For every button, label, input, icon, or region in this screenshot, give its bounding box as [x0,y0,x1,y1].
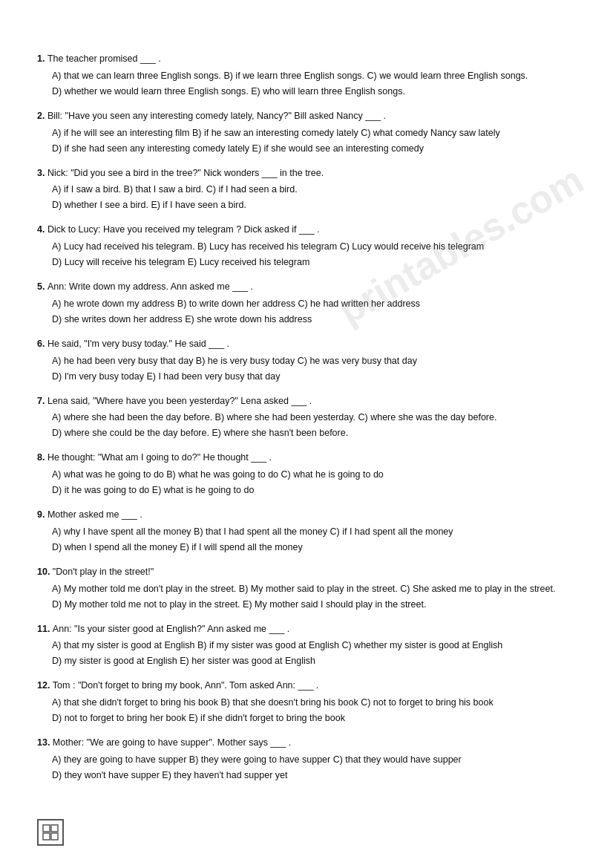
option-line-10-0: A) My mother told me don't play in the s… [52,581,576,596]
question-stem-7: 7. Lena said, "Where have you been yeste… [37,394,576,408]
option-line-8-0: A) what was he going to do B) what he wa… [52,467,576,482]
question-stem-6: 6. He said, "I'm very busy today." He sa… [37,337,576,351]
question-options-5: A) he wrote down my address B) to write … [52,296,576,327]
option-line-2-0: A) if he will see an interesting film B)… [52,125,576,140]
question-stem-3: 3. Nick: "Did you see a bird in the tree… [37,166,576,180]
option-line-4-1: D) Lucy will receive his telegram E) Luc… [52,255,576,270]
option-line-7-1: D) where she could be the day before. E)… [52,425,576,440]
option-line-1-0: A) that we can learn three English songs… [52,68,576,83]
option-line-2-1: D) if she had seen any interesting comed… [52,141,576,156]
question-stem-12: 12. Tom : "Don't forget to bring my book… [37,679,576,693]
svg-rect-1 [51,825,58,832]
question-stem-5: 5. Ann: Write down my address. Ann asked… [37,280,576,294]
question-options-9: A) why I have spent all the money B) tha… [52,524,576,555]
question-options-11: A) that my sister is good at English B) … [52,638,576,668]
question-10: 10. "Don't play in the street!"A) My mot… [37,565,576,612]
question-stem-2: 2. Bill: "Have you seen any interesting … [37,109,576,123]
question-11: 11. Ann: "Is your sister good at English… [37,622,576,669]
option-line-10-1: D) My mother told me not to play in the … [52,597,576,612]
question-options-12: A) that she didn't forget to bring his b… [52,695,576,725]
option-line-1-1: D) whether we would learn three English … [52,84,576,99]
option-line-8-1: D) it he was going to do E) what is he g… [52,483,576,497]
option-line-7-0: A) where she had been the day before. B)… [52,410,576,425]
question-12: 12. Tom : "Don't forget to bring my book… [37,679,576,725]
option-line-5-1: D) she writes down her address E) she wr… [52,312,576,327]
option-line-13-1: D) they won't have supper E) they haven'… [52,768,576,783]
question-options-1: A) that we can learn three English songs… [52,68,576,99]
question-options-10: A) My mother told me don't play in the s… [52,581,576,612]
option-line-3-0: A) if I saw a bird. B) that I saw a bird… [52,182,576,197]
question-2: 2. Bill: "Have you seen any interesting … [37,109,576,156]
question-3: 3. Nick: "Did you see a bird in the tree… [37,166,576,213]
svg-rect-3 [51,833,58,840]
question-5: 5. Ann: Write down my address. Ann asked… [37,280,576,327]
option-line-12-1: D) not to forget to bring her book E) if… [52,711,576,725]
question-8: 8. He thought: "What am I going to do?" … [37,451,576,497]
question-7: 7. Lena said, "Where have you been yeste… [37,394,576,441]
option-line-9-1: D) when I spend all the money E) if I wi… [52,540,576,555]
option-line-3-1: D) whether I see a bird. E) if I have se… [52,198,576,212]
question-stem-1: 1. The teacher promised ___ . [37,52,576,66]
questions-container: 1. The teacher promised ___ .A) that we … [37,52,576,783]
question-options-13: A) they are going to have supper B) they… [52,752,576,783]
question-options-3: A) if I saw a bird. B) that I saw a bird… [52,182,576,212]
option-line-9-0: A) why I have spent all the money B) tha… [52,524,576,539]
question-stem-10: 10. "Don't play in the street!" [37,565,576,579]
option-line-4-0: A) Lucy had received his telegram. B) Lu… [52,239,576,254]
option-line-6-1: D) I'm very busy today E) I had been ver… [52,369,576,384]
question-6: 6. He said, "I'm very busy today." He sa… [37,337,576,384]
question-4: 4. Dick to Lucy: Have you received my te… [37,223,576,270]
question-options-7: A) where she had been the day before. B)… [52,410,576,440]
question-options-8: A) what was he going to do B) what he wa… [52,467,576,497]
option-line-5-0: A) he wrote down my address B) to write … [52,296,576,311]
option-line-6-0: A) he had been very busy that day B) he … [52,353,576,368]
question-stem-13: 13. Mother: "We are going to have supper… [37,736,576,750]
question-options-4: A) Lucy had received his telegram. B) Lu… [52,239,576,270]
question-1: 1. The teacher promised ___ .A) that we … [37,52,576,99]
question-stem-11: 11. Ann: "Is your sister good at English… [37,622,576,636]
question-13: 13. Mother: "We are going to have supper… [37,736,576,783]
footer-icon [37,819,64,846]
question-options-6: A) he had been very busy that day B) he … [52,353,576,384]
question-stem-4: 4. Dick to Lucy: Have you received my te… [37,223,576,237]
option-line-12-0: A) that she didn't forget to bring his b… [52,695,576,710]
question-stem-8: 8. He thought: "What am I going to do?" … [37,451,576,465]
svg-rect-2 [43,833,50,840]
question-stem-9: 9. Mother asked me ___ . [37,508,576,522]
question-options-2: A) if he will see an interesting film B)… [52,125,576,156]
option-line-13-0: A) they are going to have supper B) they… [52,752,576,767]
question-9: 9. Mother asked me ___ .A) why I have sp… [37,508,576,555]
option-line-11-1: D) my sister is good at English E) her s… [52,653,576,668]
option-line-11-0: A) that my sister is good at English B) … [52,638,576,653]
svg-rect-0 [43,825,50,832]
